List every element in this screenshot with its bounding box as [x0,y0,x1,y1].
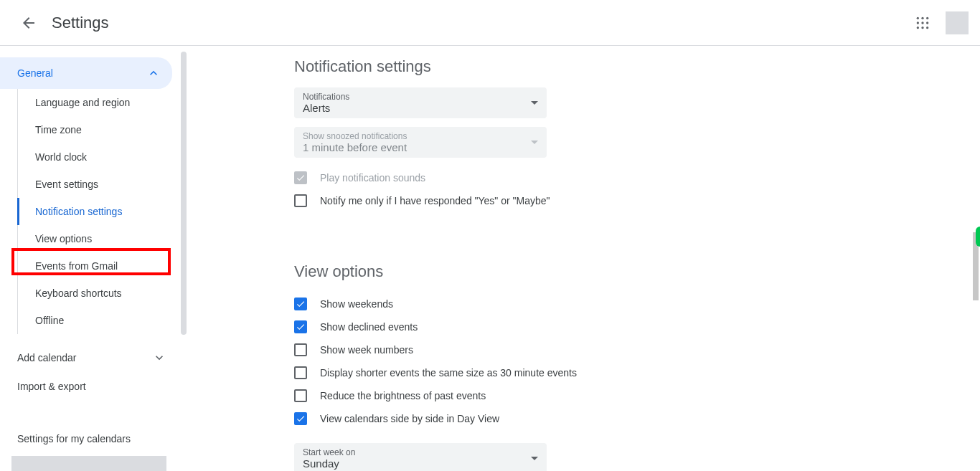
show-declined-checkbox[interactable] [294,320,307,333]
back-button[interactable] [11,6,46,40]
side-by-side-label: View calendars side by side in Day View [320,413,499,424]
sidebar-scrollbar[interactable] [181,52,187,335]
green-edge-indicator [976,227,980,247]
apps-button[interactable] [908,9,937,37]
main: Notification settings Notifications Aler… [187,46,980,471]
snoozed-select-label: Show snoozed notifications [303,131,407,141]
svg-point-8 [926,27,928,29]
svg-point-7 [921,27,923,29]
page-title: Settings [52,14,109,32]
notify-yesmaybe-row: Notify me only if I have responded "Yes"… [294,189,951,212]
start-week-value: Sunday [303,457,355,470]
sidebar-general-label: General [17,67,53,79]
sidebar-add-calendar[interactable]: Add calendar [0,343,178,373]
show-weeknumbers-row: Show week numbers [294,338,951,361]
show-declined-row: Show declined events [294,315,951,338]
play-sounds-row: Play notification sounds [294,166,951,189]
sidebar-item-viewoptions[interactable]: View options [18,225,178,252]
calendar-placeholder [11,456,166,471]
notify-yesmaybe-label: Notify me only if I have responded "Yes"… [320,195,550,206]
side-by-side-row: View calendars side by side in Day View [294,407,951,430]
svg-point-6 [917,27,919,29]
avatar[interactable] [946,11,969,34]
start-week-select[interactable]: Start week on Sunday [294,443,547,471]
sidebar-import-export-label: Import & export [17,381,86,392]
sidebar-import-export[interactable]: Import & export [0,373,178,400]
play-sounds-checkbox[interactable] [294,171,307,184]
svg-point-3 [917,22,919,24]
view-section-title: View options [294,262,951,281]
header-left: Settings [11,6,109,40]
shorter-events-label: Display shorter events the same size as … [320,367,577,379]
check-icon [296,299,306,309]
notifications-select-label: Notifications [303,92,349,102]
content: General Language and region Time zone Wo… [0,46,980,471]
sidebar-wrapper: General Language and region Time zone Wo… [0,46,187,471]
show-declined-label: Show declined events [320,321,418,333]
sidebar-item-offline[interactable]: Offline [18,307,178,334]
shorter-events-checkbox[interactable] [294,366,307,379]
check-icon [296,173,306,183]
notification-settings-section: Notification settings Notifications Aler… [294,57,951,212]
notification-section-title: Notification settings [294,57,951,76]
svg-point-2 [926,16,928,19]
sidebar-item-eventsgmail[interactable]: Events from Gmail [18,252,178,280]
svg-point-5 [926,22,928,24]
show-weeknumbers-checkbox[interactable] [294,343,307,356]
check-icon [296,414,306,424]
shorter-events-row: Display shorter events the same size as … [294,361,951,384]
sidebar-add-calendar-label: Add calendar [17,352,77,363]
sidebar-general-header[interactable]: General [0,57,172,89]
reduce-brightness-checkbox[interactable] [294,389,307,402]
dropdown-icon [531,141,538,144]
dropdown-icon [531,101,538,105]
sidebar: General Language and region Time zone Wo… [0,46,178,471]
sidebar-item-language[interactable]: Language and region [18,89,178,116]
snoozed-select-value: 1 minute before event [303,141,407,153]
svg-point-4 [921,22,923,24]
svg-point-0 [917,16,919,19]
chevron-down-icon [152,351,166,365]
sidebar-item-notificationsettings[interactable]: Notification settings [17,198,178,225]
header-right [908,9,969,37]
chevron-up-icon [146,66,161,80]
show-weekends-row: Show weekends [294,292,951,315]
notify-yesmaybe-checkbox[interactable] [294,194,307,207]
notifications-select[interactable]: Notifications Alerts [294,87,547,118]
dropdown-icon [531,457,538,460]
sidebar-item-keyboard[interactable]: Keyboard shortcuts [18,280,178,307]
svg-point-1 [921,16,923,19]
side-by-side-checkbox[interactable] [294,412,307,425]
sidebar-item-eventsettings[interactable]: Event settings [18,171,178,198]
show-weekends-checkbox[interactable] [294,298,307,310]
sidebar-general-sub: Language and region Time zone World cloc… [17,89,178,334]
sidebar-item-worldclock[interactable]: World clock [18,143,178,171]
notifications-select-value: Alerts [303,102,349,114]
reduce-brightness-row: Reduce the brightness of past events [294,384,951,407]
sidebar-item-timezone[interactable]: Time zone [18,116,178,143]
show-weekends-label: Show weekends [320,298,393,310]
header: Settings [0,0,980,46]
play-sounds-label: Play notification sounds [320,172,425,184]
check-icon [296,322,306,332]
view-options-section: View options Show weekends Show declined… [294,262,951,471]
show-weeknumbers-label: Show week numbers [320,344,413,356]
start-week-label: Start week on [303,447,355,457]
apps-grid-icon [915,16,930,30]
sidebar-mycalendars-label: Settings for my calendars [0,422,178,450]
reduce-brightness-label: Reduce the brightness of past events [320,390,486,401]
snoozed-select[interactable]: Show snoozed notifications 1 minute befo… [294,127,547,158]
arrow-back-icon [20,14,37,32]
